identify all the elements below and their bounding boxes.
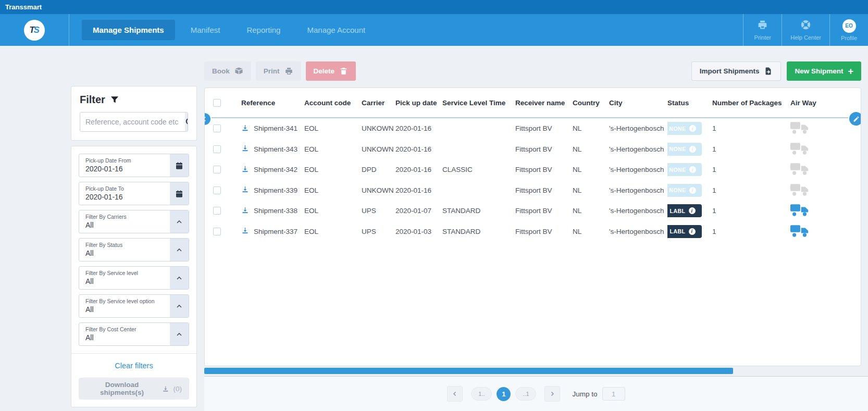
row-checkbox[interactable] [213, 145, 221, 153]
tab-reporting[interactable]: Reporting [235, 20, 291, 40]
country-cell: NL [573, 166, 609, 173]
calendar-icon[interactable] [170, 182, 189, 205]
search-input[interactable] [80, 113, 185, 131]
status-badge[interactable]: NONEi [667, 122, 702, 135]
row-checkbox[interactable] [213, 166, 221, 173]
download-shipments-button[interactable]: Download shipments(s) (0) [79, 378, 189, 400]
row-checkbox[interactable] [213, 186, 221, 194]
column-header-city[interactable]: City [609, 99, 667, 107]
filter-status-select[interactable]: Filter By Status All [79, 238, 189, 261]
carrier-cell: UNKOWN [362, 124, 395, 132]
pickup-date-cell: 2020-01-16 [395, 186, 442, 194]
row-checkbox[interactable] [213, 124, 221, 132]
select-all-checkbox[interactable] [213, 99, 221, 107]
main-panel: Book Print Delete Import Shipments New S… [204, 61, 868, 411]
column-header-account-code[interactable]: Account code [304, 99, 362, 107]
chevron-up-icon[interactable] [170, 239, 189, 261]
status-badge[interactable]: LABLi [667, 204, 702, 217]
account-code-cell: EOL [304, 166, 362, 173]
pickup-date-from-field[interactable]: Pick-up Date From 2020-01-16 [79, 154, 189, 177]
clear-filters-link[interactable]: Clear filters [71, 354, 196, 378]
column-header-receiver-name[interactable]: Receiver name [515, 99, 573, 107]
filter-service-level-option-select[interactable]: Filter By Service level option All [79, 294, 189, 318]
column-header-air-way[interactable]: Air Way [790, 99, 861, 107]
shipment-reference[interactable]: Shipment-343 [254, 145, 297, 153]
truck-icon[interactable] [790, 190, 809, 198]
next-pages-pill[interactable]: ..1 [515, 387, 536, 401]
filter-service-level-select[interactable]: Filter By Service level All [79, 266, 189, 290]
chevron-left-icon [452, 391, 458, 397]
row-checkbox[interactable] [213, 207, 221, 215]
chevron-up-icon[interactable] [170, 210, 189, 233]
service-level-time-cell: STANDARD [442, 228, 515, 235]
shipment-reference[interactable]: Shipment-342 [254, 166, 297, 173]
filter-cost-center-select[interactable]: Filter By Cost Center All [79, 322, 189, 346]
city-cell: 's-Hertogenbosch [609, 124, 667, 132]
profile-button[interactable]: EO Profile [829, 14, 868, 46]
prev-page-button[interactable] [447, 386, 463, 402]
chevron-up-icon[interactable] [170, 323, 189, 345]
current-page-indicator[interactable]: 1 [497, 387, 511, 401]
truck-icon[interactable] [790, 128, 809, 136]
truck-icon[interactable] [790, 149, 809, 157]
tab-manage-shipments[interactable]: Manage Shipments [82, 20, 175, 40]
shipment-reference[interactable]: Shipment-337 [254, 228, 297, 235]
jump-to-input[interactable] [602, 387, 625, 401]
logo[interactable]: TS [0, 14, 69, 46]
account-code-cell: EOL [304, 124, 362, 132]
column-header-country[interactable]: Country [573, 99, 609, 107]
download-label-icon[interactable] [241, 144, 249, 154]
status-badge[interactable]: NONEi [667, 184, 702, 197]
column-header-service-level-time[interactable]: Service Level Time [442, 99, 515, 107]
status-badge[interactable]: NONEi [667, 163, 702, 176]
printer-button[interactable]: Printer [743, 14, 782, 46]
tab-manifest[interactable]: Manifest [180, 20, 231, 40]
column-header-reference[interactable]: Reference [229, 99, 304, 107]
download-label-icon[interactable] [241, 124, 249, 133]
column-header-status[interactable]: Status [667, 99, 712, 107]
next-page-button[interactable] [544, 386, 560, 402]
status-badge[interactable]: LABLi [667, 225, 702, 238]
scrollbar-thumb[interactable] [204, 368, 733, 374]
filter-sidebar: Filter Pick-up Date From 2020-01-16 [71, 86, 197, 407]
row-checkbox[interactable] [213, 228, 221, 235]
shipment-reference[interactable]: Shipment-339 [254, 186, 297, 194]
help-center-button[interactable]: Help Center [782, 14, 829, 46]
truck-icon[interactable] [790, 210, 809, 218]
download-label-icon[interactable] [241, 227, 249, 236]
box-icon [234, 67, 243, 76]
status-badge[interactable]: NONEi [667, 143, 702, 156]
chevron-right-icon [549, 391, 555, 397]
new-shipment-button[interactable]: New Shipment + [787, 61, 861, 81]
truck-icon[interactable] [790, 231, 809, 239]
download-label-icon[interactable] [241, 206, 249, 216]
pickup-date-to-field[interactable]: Pick-up Date To 2020-01-16 [79, 182, 189, 205]
column-header-carrier[interactable]: Carrier [362, 99, 395, 107]
nav-tabs: Manage Shipments Manifest Reporting Mana… [82, 14, 743, 46]
download-label-icon[interactable] [241, 185, 249, 195]
column-header-pickup-date[interactable]: Pick up date [395, 99, 442, 107]
tab-manage-account[interactable]: Manage Account [296, 20, 376, 40]
shipment-reference[interactable]: Shipment-341 [254, 124, 297, 132]
filter-search-card: Filter [71, 86, 197, 141]
city-cell: 's-Hertogenbosch [609, 166, 667, 173]
print-button[interactable]: Print [256, 61, 301, 81]
table-row: Shipment-343EOLUNKOWN2020-01-16Fittsport… [205, 139, 861, 160]
horizontal-scrollbar [204, 368, 861, 374]
calendar-icon[interactable] [170, 154, 189, 177]
truck-icon[interactable] [790, 169, 809, 177]
chevron-up-icon[interactable] [170, 267, 189, 289]
filter-carriers-select[interactable]: Filter By Carriers All [79, 210, 189, 233]
column-header-packages[interactable]: Number of Packages [712, 99, 790, 107]
window-title-bar: Transsmart [0, 0, 868, 14]
edit-columns-button[interactable] [848, 111, 861, 127]
download-label-icon[interactable] [241, 165, 249, 175]
filter-footer: Clear filters Download shipments(s) (0) [71, 353, 196, 400]
shipment-reference[interactable]: Shipment-338 [254, 207, 297, 215]
chevron-up-icon[interactable] [170, 295, 189, 317]
prev-pages-pill[interactable]: 1.. [471, 387, 492, 401]
import-shipments-button[interactable]: Import Shipments [691, 61, 782, 81]
delete-button[interactable]: Delete [306, 61, 356, 81]
search-button[interactable] [185, 113, 188, 131]
book-button[interactable]: Book [204, 61, 251, 81]
